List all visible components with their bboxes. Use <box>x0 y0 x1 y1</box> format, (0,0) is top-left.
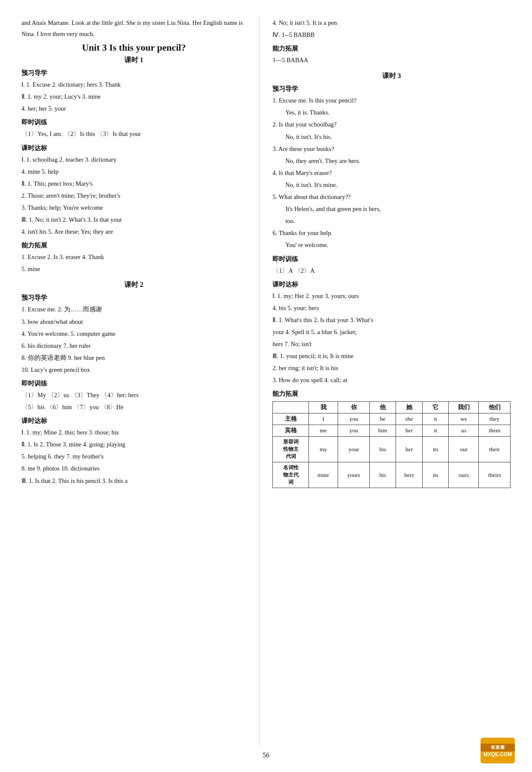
s3-goal-title: 课时达标 <box>272 280 511 289</box>
s3-goal-line0: Ⅰ. 1. my; Her 2. your 3. yours; ours <box>272 290 511 302</box>
s1-expand-title: 能力拓展 <box>21 241 246 250</box>
s1-expand-line0: 1. Excuse 2. Is 3. eraser 4. Thank <box>21 251 246 262</box>
table-row-adj-poss: 形容词 性物主 代词 my your his her its our their <box>273 437 511 462</box>
table-header-tamen: 他们 <box>479 402 511 413</box>
s2-extra-content: 4. No; it isn't 5. It is a pen Ⅳ. 1--5 B… <box>272 17 511 40</box>
table-header-women: 我们 <box>449 402 479 413</box>
section2-title: 课时 2 <box>21 280 246 290</box>
cell-their: their <box>479 437 511 462</box>
s2-practice-line1: 〈5〉his 〈6〉him 〈7〉you 〈8〉He <box>21 401 246 413</box>
s2-preview-line0: 1. Excuse me. 2. 为……而感谢 <box>21 304 246 315</box>
s1-preview-content: Ⅰ. 1. Excuse 2. dictionary; hers 3. Than… <box>21 79 246 114</box>
table-row-subject: 主格 I you he she it we they <box>273 413 511 425</box>
s1-goal-content: Ⅰ. 1. schoolbag 2. teacher 3. dictionary… <box>21 154 246 238</box>
table-header-wo: 我 <box>308 402 338 413</box>
s2-goal-title: 课时达标 <box>21 417 246 425</box>
s2-goal-line4: Ⅲ. 1. Is that 2. This is his pencil 3. I… <box>21 475 246 486</box>
s3-preview-line6: 4. Is that Mary's eraser? <box>272 167 511 178</box>
s2-practice-line0: 〈1〉My 〈2〉us 〈3〉They 〈4〉her; hers <box>21 389 246 401</box>
s3-preview-line7: No, it isn't. It's mine. <box>285 179 511 190</box>
s3-goal-line7: 3. How do you spell 4. call; at <box>272 374 511 386</box>
table-header-ta-m: 他 <box>369 402 396 413</box>
s3-preview-line9: It's Helen's, and that green pen is hers… <box>285 203 511 214</box>
s1-expand-content: 1. Excuse 2. Is 3. eraser 4. Thank 5. mi… <box>21 251 246 274</box>
row-label-object: 宾格 <box>273 425 309 437</box>
s1-expand-line1: 5. mine <box>21 263 246 274</box>
cell-her-a: her <box>396 437 423 462</box>
s3-preview-line3: No, it isn't. It's his. <box>285 131 511 142</box>
cell-us: us <box>449 425 479 437</box>
cell-they: they <box>479 413 511 425</box>
s2-extra-line0: 4. No; it isn't 5. It is a pen <box>272 17 511 28</box>
s2-practice-content: 〈1〉My 〈2〉us 〈3〉They 〈4〉her; hers 〈5〉his … <box>21 389 246 413</box>
s1-goal-line6: 4. isn't his 5. Are these; Yes; they are <box>21 226 246 237</box>
s2-preview-title: 预习导学 <box>21 294 246 302</box>
cell-mine: mine <box>308 462 338 488</box>
s3-preview-title: 预习导学 <box>272 85 511 93</box>
s2-goal-line2: 5. helping 6. they 7. my brother's <box>21 451 246 462</box>
s2-expand-title-right: 能力拓展 <box>272 45 511 53</box>
cell-me: me <box>308 425 338 437</box>
s3-preview-content: 1. Excuse me. Is this your pencil? Yes, … <box>272 95 511 250</box>
s3-practice-content: 〈1〉A 〈2〉A <box>272 265 511 276</box>
s3-preview-line8: 5. What about that dictionary?? <box>272 191 511 202</box>
table-row-object: 宾格 me you him her it us them <box>273 425 511 437</box>
cell-them: them <box>479 425 511 437</box>
s3-preview-line2: 2. Is that your schoolbag? <box>272 119 511 130</box>
cell-it-s: it <box>422 413 449 425</box>
s1-preview-title: 预习导学 <box>21 69 246 77</box>
s3-expand-title: 能力拓展 <box>272 390 511 398</box>
s3-goal-line1: 4. his 5. your; hers <box>272 302 511 314</box>
s2-preview-line1: 3. how about/what about <box>21 316 246 327</box>
s2-extra-line1: Ⅳ. 1--5 BABBB <box>272 29 511 40</box>
s1-goal-line1: 4. mine 5. help <box>21 166 246 177</box>
s3-preview-line11: 6. Thanks for your help. <box>272 227 511 238</box>
cell-she: she <box>396 413 423 425</box>
s1-preview-line1: Ⅰ. 1. Excuse 2. dictionary; hers 3. Than… <box>21 79 246 90</box>
cell-he: he <box>369 413 396 425</box>
table-row-noun-poss: 名词性 物主代 词 mine yours his hers its ours t… <box>273 462 511 488</box>
s3-preview-line0: 1. Excuse me. Is this your pencil? <box>272 95 511 106</box>
s3-preview-line1: Yes, it is. Thanks. <box>285 107 511 118</box>
cell-him: him <box>369 425 396 437</box>
row-label-adj-poss: 形容词 性物主 代词 <box>273 437 309 462</box>
table-header-empty <box>273 402 309 413</box>
s2-preview-line5: 10. Lucy's green pencil box <box>21 364 246 375</box>
s2-expand-content-right: 1—5 BABAA <box>272 54 511 66</box>
s1-practice-content: 〈1〉Yes, I am. 〈2〉Is this 〈3〉Is that your <box>21 128 246 139</box>
table-header-ta-f: 她 <box>396 402 423 413</box>
s1-goal-line5: Ⅲ. 1. No; it isn't 2. What's 3. Is that … <box>21 214 246 225</box>
right-column: 4. No; it isn't 5. It is a pen Ⅳ. 1--5 B… <box>260 17 511 746</box>
cell-our: our <box>449 437 479 462</box>
table-header-ta-n: 它 <box>422 402 449 413</box>
cell-theirs: theirs <box>479 462 511 488</box>
cell-I: I <box>308 413 338 425</box>
s1-goal-line3: 2. Those; aren't mine; They're; brother'… <box>21 190 246 201</box>
s2-practice-title: 即时训练 <box>21 380 246 388</box>
cell-hers: hers <box>396 462 423 488</box>
cell-we: we <box>449 413 479 425</box>
cell-it-o: it <box>422 425 449 437</box>
unit-title: Unit 3 Is this your pencil? <box>21 42 246 53</box>
page-number: 56 <box>263 751 269 759</box>
cell-its-n: its <box>422 462 449 488</box>
cell-his-a: his <box>369 437 396 462</box>
s3-practice-title: 即时训练 <box>272 255 511 263</box>
logo-bottom-text: MXQE.COM <box>484 751 512 757</box>
s1-preview-line2: Ⅱ. 1. my 2. your; Lucy's 3. mine <box>21 91 246 102</box>
s2-preview-line4: 8. 你的英语老师 9. her blue pen <box>21 352 246 363</box>
s1-goal-line4: 3. Thanks; help; You're welcome <box>21 202 246 213</box>
cell-you-s: you <box>338 413 370 425</box>
s1-goal-line0: Ⅰ. 1. schoolbag 2. teacher 3. dictionary <box>21 154 246 165</box>
s3-goal-line5: Ⅲ. 1. your pencil; it is; It is mine <box>272 350 511 362</box>
s3-goal-line6: 2. her ring; it isn't; It is his <box>272 362 511 374</box>
s2-goal-line1: Ⅱ. 1. Is 2. Those 3. mine 4. going; play… <box>21 439 246 450</box>
s2-preview-line3: 6. his dictionary 7. her ruler <box>21 340 246 351</box>
s3-preview-line10: too. <box>285 215 511 226</box>
cell-my: my <box>308 437 338 462</box>
s1-goal-line2: Ⅱ. 1. This; penci box; Mary's <box>21 178 246 189</box>
s2-preview-content: 1. Excuse me. 2. 为……而感谢 3. how about/wha… <box>21 304 246 375</box>
s1-goal-title: 课时达标 <box>21 144 246 152</box>
cell-yours: yours <box>338 462 370 488</box>
s2-goal-line3: 8. me 9. photos 10. dictionaries <box>21 463 246 474</box>
